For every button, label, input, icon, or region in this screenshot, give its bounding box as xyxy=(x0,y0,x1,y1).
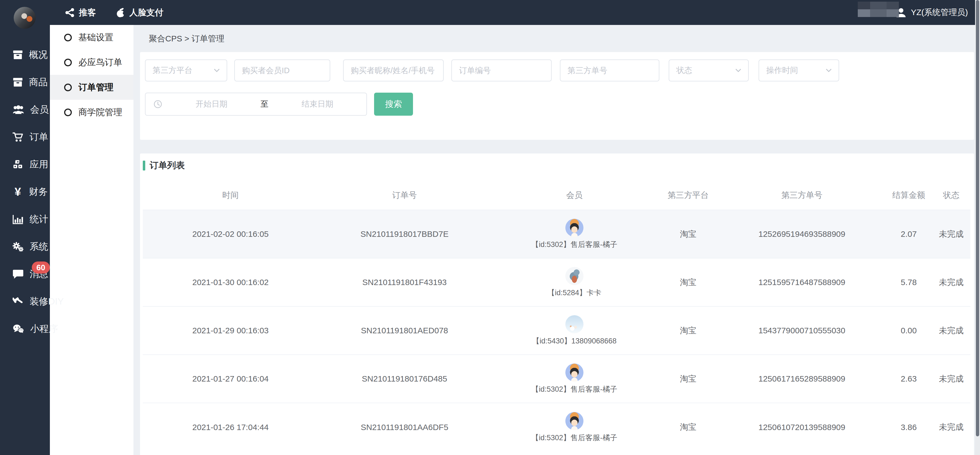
cell-time: 2021-01-30 00:16:02 xyxy=(143,258,318,306)
member-avatar xyxy=(565,412,584,430)
bar-chart-icon xyxy=(13,214,24,224)
date-start-placeholder: 开始日期 xyxy=(162,99,261,110)
sidebar-item-label: 概况 xyxy=(29,49,48,61)
cell-time: 2021-01-26 17:04:44 xyxy=(143,403,318,451)
table-row[interactable]: 2021-02-02 00:16:05 SN21011918017BBD7E 【… xyxy=(143,210,970,258)
platform-select-value: 第三方平台 xyxy=(153,65,192,76)
submenu-item-order-management[interactable]: 订单管理 xyxy=(50,75,134,100)
message-count-badge: 60 xyxy=(32,261,50,274)
table-header-row: 时间 订单号 会员 第三方平台 第三方单号 结算金额 状态 xyxy=(143,181,970,210)
vertical-scrollbar xyxy=(975,0,980,455)
sidebar-item-system[interactable]: 系统 xyxy=(0,233,50,260)
yen-icon: ¥ xyxy=(13,185,23,199)
sidebar-item-miniprogram[interactable]: 小程序 xyxy=(0,315,50,343)
third-party-no-input[interactable] xyxy=(560,59,659,81)
cell-member: 【id:5302】售后客服-橘子 xyxy=(491,210,658,258)
user-label: YZ(系统管理员) xyxy=(911,7,968,18)
cell-status: 未完成 xyxy=(932,210,970,258)
cell-third-no: 1543779000710555030 xyxy=(718,306,885,355)
member-name: 【id:5302】售后客服-橘子 xyxy=(531,240,617,250)
sidebar-item-diy[interactable]: 装修DIY xyxy=(0,288,50,315)
cell-time: 2021-01-29 00:16:03 xyxy=(143,306,318,355)
sidebar: 概况 商品 会员 订单 xyxy=(0,0,50,455)
table-row[interactable]: 2021-01-26 17:04:44 SN2101191801AA6DF5 【… xyxy=(143,403,970,451)
sidebar-item-label: 商品 xyxy=(29,76,48,89)
profile-avatar[interactable] xyxy=(14,7,36,29)
cell-platform: 淘宝 xyxy=(658,355,718,403)
date-separator: 至 xyxy=(261,99,269,110)
sidebar-item-label: 装修DIY xyxy=(30,295,64,308)
search-button[interactable]: 搜索 xyxy=(374,93,413,116)
platform-select[interactable]: 第三方平台 xyxy=(145,59,227,81)
member-name: 【id:5302】售后客服-橘子 xyxy=(531,384,617,394)
sidebar-item-finance[interactable]: ¥ 财务 xyxy=(0,178,50,205)
cell-platform: 淘宝 xyxy=(658,403,718,451)
sidebar-item-messages[interactable]: 消息 60 xyxy=(0,260,50,288)
tab-face-pay[interactable]: 人脸支付 xyxy=(115,7,163,18)
submenu-item-bingbird-orders[interactable]: 必应鸟订单 xyxy=(50,50,134,75)
submenu-item-label: 基础设置 xyxy=(78,32,113,44)
sidebar-item-goods[interactable]: 商品 xyxy=(0,68,50,96)
topbar-tabs: 推客 人脸支付 xyxy=(65,7,163,18)
sidebar-item-label: 财务 xyxy=(29,186,48,198)
cell-third-no: 1252695194693588909 xyxy=(718,210,885,258)
tab-label: 人脸支付 xyxy=(129,7,163,18)
order-no-input[interactable] xyxy=(451,59,552,81)
status-select[interactable]: 状态 xyxy=(669,59,749,81)
cell-amount: 5.78 xyxy=(885,258,932,306)
user-menu[interactable]: YZ(系统管理员) xyxy=(896,0,968,25)
submenu-item-label: 必应鸟订单 xyxy=(78,56,122,68)
table-row[interactable]: 2021-01-29 00:16:03 SN2101191801AED078 【… xyxy=(143,306,970,355)
member-name: 【id:5284】卡卡 xyxy=(547,288,601,298)
table-row[interactable]: 2021-01-30 00:16:02 SN2101191801F43193 【… xyxy=(143,258,970,306)
orders-table: 时间 订单号 会员 第三方平台 第三方单号 结算金额 状态 2021-02-02… xyxy=(143,181,970,451)
cell-member: 【id:5430】13809068668 xyxy=(491,306,658,355)
sidebar-item-members[interactable]: 会员 xyxy=(0,96,50,123)
cell-order-no: SN21011918017BBD7E xyxy=(318,210,491,258)
col-header-status: 状态 xyxy=(932,181,970,210)
tab-tuike[interactable]: 推客 xyxy=(65,7,96,18)
member-avatar xyxy=(565,315,584,333)
filter-panel: 第三方平台 状态 操作时间 xyxy=(140,52,974,140)
gears-icon xyxy=(13,242,24,251)
cell-status: 未完成 xyxy=(932,403,970,451)
cell-time: 2021-01-27 00:16:04 xyxy=(143,355,318,403)
table-row[interactable]: 2021-01-27 00:16:04 SN210119180176D485 【… xyxy=(143,355,970,403)
clock-icon xyxy=(153,100,162,109)
cell-third-no: 1250617165289588909 xyxy=(718,355,885,403)
col-header-amount: 结算金额 xyxy=(885,181,932,210)
archive-icon xyxy=(13,77,23,87)
col-header-time: 时间 xyxy=(143,181,318,210)
member-avatar xyxy=(565,267,584,285)
sidebar-item-orders[interactable]: 订单 xyxy=(0,123,50,151)
title-accent-bar xyxy=(143,161,145,170)
col-header-order-no: 订单号 xyxy=(318,181,491,210)
member-name: 【id:5430】13809068668 xyxy=(532,336,617,346)
member-id-input[interactable] xyxy=(234,59,330,81)
cell-amount: 0.00 xyxy=(885,306,932,355)
date-end-placeholder: 结束日期 xyxy=(269,99,367,110)
apple-icon xyxy=(115,7,126,18)
member-name: 【id:5302】售后客服-橘子 xyxy=(531,433,617,443)
sidebar-item-apps[interactable]: 应用 xyxy=(0,151,50,178)
cell-order-no: SN2101191801AED078 xyxy=(318,306,491,355)
submenu-item-business-school[interactable]: 商学院管理 xyxy=(50,100,134,125)
nickname-input[interactable] xyxy=(343,59,444,81)
comment-icon xyxy=(13,269,24,279)
sidebar-item-overview[interactable]: 概况 xyxy=(0,41,50,68)
main-content: 聚合CPS > 订单管理 第三方平台 状态 操作时间 xyxy=(134,25,980,455)
submenu-item-basic-settings[interactable]: 基础设置 xyxy=(50,25,134,50)
cell-third-no: 1250610720139588909 xyxy=(718,403,885,451)
col-header-third-no: 第三方单号 xyxy=(718,181,885,210)
submenu-panel: 基础设置 必应鸟订单 订单管理 商学院管理 xyxy=(50,25,134,455)
cell-time: 2021-02-02 00:16:05 xyxy=(143,210,318,258)
sidebar-item-label: 系统 xyxy=(30,240,48,253)
sidebar-item-stats[interactable]: 统计 xyxy=(0,205,50,233)
operation-time-select[interactable]: 操作时间 xyxy=(759,59,839,81)
cell-order-no: SN2101191801F43193 xyxy=(318,258,491,306)
chevron-down-icon xyxy=(213,68,220,73)
scrollbar-thumb[interactable] xyxy=(976,0,979,436)
archive-icon xyxy=(13,50,23,60)
date-range-picker[interactable]: 开始日期 至 结束日期 xyxy=(145,93,367,116)
panel-title-text: 订单列表 xyxy=(150,159,185,172)
